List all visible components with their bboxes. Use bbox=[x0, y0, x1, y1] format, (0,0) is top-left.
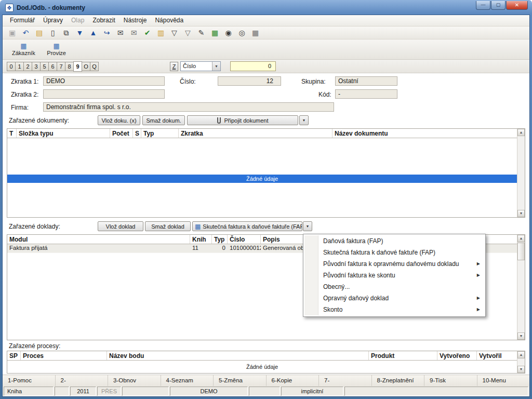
col-vytvoreno[interactable]: Vytvořeno bbox=[437, 351, 477, 360]
menu-napoveda[interactable]: Nápověda bbox=[151, 15, 188, 25]
tab-0[interactable]: 0 bbox=[7, 62, 16, 71]
processes-scrollbar[interactable]: ▲ ▼ bbox=[517, 351, 525, 373]
menu-item-puvodni-faktura-oprav[interactable]: Původní faktura k opravnému daňovému dok… bbox=[304, 258, 484, 270]
col-sp[interactable]: SP bbox=[7, 351, 21, 360]
table-filter-icon[interactable]: ▦ bbox=[251, 29, 260, 36]
fnkey-4-seznam[interactable]: 4-Seznam bbox=[161, 375, 214, 386]
tab-9-active[interactable]: 9 bbox=[73, 61, 82, 72]
move-down-icon[interactable]: ▼ bbox=[75, 29, 84, 36]
col-nazev-bodu[interactable]: Název bodu bbox=[107, 351, 369, 360]
firma-field[interactable]: Demonstrační firma spol. s r.o. bbox=[43, 102, 334, 112]
fnkey-10-menu[interactable]: 10-Menu bbox=[477, 375, 530, 386]
doklad-type-dropdown-button[interactable]: ▼ bbox=[303, 221, 312, 231]
table-add-icon[interactable]: ▦ bbox=[210, 29, 219, 36]
skupina-field[interactable]: Ostatní bbox=[335, 76, 397, 86]
insert-doklad-button[interactable]: Vlož doklad bbox=[98, 221, 143, 231]
insert-document-button[interactable]: Vlož doku. (x) bbox=[98, 115, 140, 125]
menu-upravy[interactable]: Úpravy bbox=[39, 15, 67, 25]
mail-icon[interactable]: ✉ bbox=[129, 29, 138, 36]
scroll-down-icon[interactable]: ▼ bbox=[517, 366, 525, 373]
doklad-type-button[interactable]: ▦ Skutečná faktura k daňové faktuře (FAP… bbox=[192, 221, 302, 231]
col-nazev-dokumentu[interactable]: Název dokumentu bbox=[332, 129, 517, 138]
tab-q[interactable]: Q bbox=[90, 62, 99, 71]
col-typ2[interactable]: Typ bbox=[212, 235, 228, 244]
zkratka2-field[interactable] bbox=[43, 89, 165, 99]
col-modul[interactable]: Modul bbox=[7, 235, 190, 244]
zkratka1-field[interactable]: DEMO bbox=[43, 76, 165, 86]
kod-field[interactable]: - bbox=[335, 89, 397, 99]
fnkey-7[interactable]: 7- bbox=[319, 375, 372, 386]
tab-3[interactable]: 3 bbox=[32, 62, 41, 71]
fnkey-5-zmena[interactable]: 5-Změna bbox=[214, 375, 267, 386]
tab-8[interactable]: 8 bbox=[65, 62, 74, 71]
col-s[interactable]: S bbox=[133, 129, 141, 138]
menu-item-danova-faktura[interactable]: Daňová faktura (FAP) bbox=[304, 235, 484, 247]
combo-dropdown-icon[interactable]: ▼ bbox=[212, 62, 220, 71]
menu-zobrazit[interactable]: Zobrazit bbox=[88, 15, 119, 25]
doklady-scrollbar[interactable]: ▲ ▼ bbox=[517, 235, 525, 340]
documents-scrollbar[interactable]: ▲ ▼ bbox=[517, 129, 525, 217]
minimize-button[interactable]: — bbox=[476, 1, 490, 10]
menu-formular[interactable]: Formulář bbox=[6, 15, 39, 25]
close-button[interactable]: ✕ bbox=[506, 1, 528, 10]
tab-7[interactable]: 7 bbox=[57, 62, 65, 71]
fnkey-8-zneplatneni[interactable]: 8-Zneplatnění bbox=[372, 375, 425, 386]
fnkey-3-obnov[interactable]: 3-Obnov bbox=[108, 375, 161, 386]
filter-value-input[interactable]: 0 bbox=[230, 61, 276, 71]
delete-document-button[interactable]: Smaž dokum. bbox=[142, 115, 185, 125]
menu-item-opravny-danovy-doklad[interactable]: Opravný daňový doklad ▶ bbox=[304, 292, 484, 304]
menu-item-obecny[interactable]: Obecný... bbox=[304, 281, 484, 292]
filter-icon[interactable]: ▽ bbox=[170, 29, 179, 36]
col-proces[interactable]: Proces bbox=[21, 351, 107, 360]
cislo-field[interactable]: 12 bbox=[218, 76, 281, 86]
fnkey-1-pomoc[interactable]: 1-Pomoc bbox=[3, 375, 56, 386]
move-up-icon[interactable]: ▲ bbox=[89, 29, 98, 36]
menu-item-skonto[interactable]: Skonto ▶ bbox=[304, 304, 484, 315]
fnkey-9-tisk[interactable]: 9-Tisk bbox=[424, 375, 477, 386]
open-folder-icon[interactable]: ▤ bbox=[35, 29, 44, 36]
tab-2[interactable]: 2 bbox=[23, 62, 32, 71]
attach-document-button[interactable]: Připojit dokument bbox=[187, 115, 298, 125]
col-zkratka[interactable]: Zkratka bbox=[179, 129, 332, 138]
col-vytvoril[interactable]: Vytvořil bbox=[477, 351, 517, 360]
fnkey-2[interactable]: 2- bbox=[56, 375, 109, 386]
fnkey-6-kopie[interactable]: 6-Kopie bbox=[267, 375, 320, 386]
find-next-icon[interactable]: ◎ bbox=[237, 29, 246, 36]
tab-o[interactable]: O bbox=[82, 62, 90, 71]
filter-column-select[interactable]: Číslo ▼ bbox=[180, 61, 221, 71]
scroll-up-icon[interactable]: ▲ bbox=[517, 351, 525, 358]
tab-5[interactable]: 5 bbox=[40, 62, 49, 71]
check-icon[interactable]: ✔ bbox=[143, 29, 152, 36]
col-slozka-typu[interactable]: Složka typu bbox=[17, 129, 110, 138]
copy-icon[interactable]: ⧉ bbox=[62, 29, 71, 36]
undo-icon[interactable]: ↶ bbox=[21, 29, 30, 36]
menu-nastroje[interactable]: Nástroje bbox=[119, 15, 151, 25]
tab-1[interactable]: 1 bbox=[15, 62, 24, 71]
menu-item-puvodni-faktura-skonto[interactable]: Původní faktura ke skontu ▶ bbox=[304, 270, 484, 281]
col-pocet[interactable]: Počet bbox=[110, 129, 133, 138]
notes-icon[interactable]: ▥ bbox=[156, 29, 165, 36]
delete-doklad-button[interactable]: Smaž doklad bbox=[145, 221, 191, 231]
filter-edit-icon[interactable]: ▽ bbox=[183, 29, 192, 36]
forward-icon[interactable]: ↪ bbox=[102, 29, 111, 36]
menu-item-skutecna-faktura[interactable]: Skutečná faktura k daňové faktuře (FAP) bbox=[304, 247, 484, 258]
col-typ[interactable]: Typ bbox=[141, 129, 179, 138]
scroll-up-icon[interactable]: ▲ bbox=[517, 235, 525, 242]
new-document-icon[interactable]: ▯ bbox=[48, 29, 57, 36]
compose-mail-icon[interactable]: ✉ bbox=[116, 29, 125, 36]
find-icon[interactable]: ◉ bbox=[224, 29, 233, 36]
col-cislo[interactable]: Číslo bbox=[228, 235, 261, 244]
col-produkt[interactable]: Produkt bbox=[369, 351, 437, 360]
scroll-up-icon[interactable]: ▲ bbox=[517, 129, 525, 136]
z-button[interactable]: Z bbox=[170, 62, 178, 71]
col-t[interactable]: T bbox=[7, 129, 17, 138]
scrollbar-thumb[interactable] bbox=[517, 243, 525, 260]
provize-button[interactable]: ▦ Provize bbox=[43, 41, 71, 58]
maximize-button[interactable]: ▢ bbox=[491, 1, 506, 10]
col-knih[interactable]: Knih bbox=[190, 235, 212, 244]
scroll-down-icon[interactable]: ▼ bbox=[517, 210, 525, 217]
zakaznik-button[interactable]: ▦ Zákazník bbox=[9, 41, 38, 58]
scroll-down-icon[interactable]: ▼ bbox=[517, 332, 525, 340]
attach-dropdown-button[interactable]: ▼ bbox=[299, 115, 309, 125]
tab-6[interactable]: 6 bbox=[48, 62, 57, 71]
